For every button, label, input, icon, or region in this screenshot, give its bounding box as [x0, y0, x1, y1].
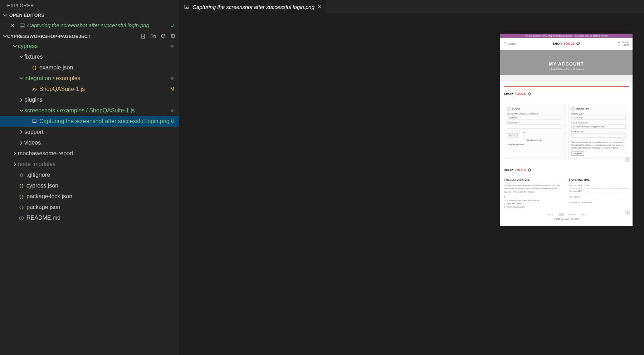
- hours-row: Sun: Closed: [569, 195, 629, 199]
- svg-point-6: [20, 174, 23, 176]
- json-file-icon: { }: [18, 203, 25, 212]
- folder-row[interactable]: cypress: [0, 41, 179, 52]
- scroll-top-button: ∧: [625, 157, 630, 162]
- tree-item-label: mochawesome-report: [18, 149, 176, 158]
- tree-item-label: cypress.json: [26, 181, 176, 190]
- folder-row[interactable]: videos: [0, 137, 179, 148]
- chevron-down-icon: [19, 108, 24, 113]
- file-row[interactable]: JSShopQASuite-1.jsM: [0, 84, 179, 94]
- hours-row: Mon - Fri: 8AM - 10PM: [569, 184, 629, 187]
- file-row[interactable]: .gitignore: [0, 170, 179, 180]
- close-icon[interactable]: [10, 23, 16, 28]
- tree-item-label: fixtures: [24, 52, 176, 62]
- chevron-down-icon: [19, 55, 24, 59]
- git-modified-dot-icon: [171, 109, 174, 112]
- tree-item-label: package-lock.json: [26, 192, 176, 201]
- tree-item-label: support: [24, 127, 176, 137]
- refresh-icon[interactable]: [160, 33, 166, 39]
- folder-row[interactable]: screenshots / examples / ShopQASuite-1.j…: [0, 105, 179, 116]
- tree-item-label: Capturing the screenshot after successfu…: [39, 117, 171, 126]
- image-preview: This is a ToolsQA Demo shop for testing …: [500, 34, 633, 226]
- chevron-right-icon: [19, 98, 24, 102]
- search-label: Search: [508, 43, 516, 45]
- file-row[interactable]: { }package-lock.json: [0, 191, 179, 202]
- username-input: aashish67: [507, 116, 561, 120]
- page-hero: MY ACCOUNT ⌂ ToolsQA Demo Site → My Acco…: [500, 50, 633, 75]
- chevron-down-icon: [12, 44, 18, 48]
- folder-row[interactable]: fixtures: [0, 52, 179, 62]
- chevron-right-icon: [12, 151, 18, 156]
- img-file-icon: [31, 119, 38, 124]
- register-form: REGISTER USERNAME * aashish67 EMAIL ADDR…: [568, 104, 629, 159]
- chevron-right-icon: [19, 141, 24, 145]
- open-editor-item[interactable]: Capturing the screenshot after successfu…: [0, 19, 179, 31]
- svg-rect-2: [171, 34, 174, 37]
- login-form: LOGIN USERNAME OR EMAIL ADDRESS * aashis…: [504, 104, 565, 159]
- folder-row[interactable]: integration / examples: [0, 73, 179, 84]
- editor-viewport[interactable]: This is a ToolsQA Demo shop for testing …: [180, 14, 644, 355]
- tree-item-label: cypress: [18, 42, 171, 51]
- login-heading: LOGIN: [507, 107, 561, 111]
- shop-logo: SHOP.TOOLS: [504, 92, 629, 96]
- home-icon: ⌂: [549, 68, 550, 70]
- file-row[interactable]: { }package.json: [0, 202, 179, 213]
- tab-filename: Capturing the screenshot after successfu…: [192, 4, 314, 10]
- open-editors-header[interactable]: OPEN EDITORS: [0, 11, 179, 19]
- close-icon[interactable]: [317, 5, 322, 9]
- folder-row[interactable]: mochawesome-report: [0, 148, 179, 159]
- new-folder-icon[interactable]: [150, 33, 156, 39]
- file-row[interactable]: { }cypress.json: [0, 180, 179, 191]
- chevron-down-icon: [3, 13, 8, 18]
- collapse-all-icon[interactable]: [170, 33, 176, 39]
- json-file-icon: { }: [31, 63, 38, 72]
- gear-icon: [576, 42, 580, 46]
- svg-point-1: [21, 25, 22, 25]
- reg-password-input: [571, 133, 626, 138]
- breadcrumb: ⌂ ToolsQA Demo Site → My Account: [500, 68, 633, 70]
- reg-username-label: USERNAME *: [571, 113, 626, 115]
- shop-logo: SHOP.TOOLS: [504, 168, 629, 172]
- demo-banner: This is a ToolsQA Demo shop for testing …: [500, 34, 633, 38]
- svg-point-14: [528, 169, 531, 171]
- chevron-right-icon: [19, 130, 24, 134]
- gear-icon: [527, 168, 532, 172]
- remember-label: REMEMBER ME: [507, 139, 561, 141]
- copyright: © 2020 Copyright TOOLSQA: [504, 218, 629, 222]
- workspace-name: CYPRESSWORKSHOP-PAGEOBJECT: [7, 34, 140, 39]
- cart-widget: Cart(0) €0.00: [617, 41, 629, 47]
- folder-row[interactable]: support: [0, 127, 179, 137]
- username-label: USERNAME OR EMAIL ADDRESS *: [507, 113, 561, 115]
- reg-email-input: aashish.khetarpal.07@gmail.com: [571, 125, 626, 129]
- remember-checkbox: [523, 132, 526, 136]
- tree-item-label: ShopQASuite-1.js: [39, 84, 170, 94]
- tree-item-label: .gitignore: [26, 170, 176, 180]
- workspace-header[interactable]: CYPRESSWORKSHOP-PAGEOBJECT: [0, 31, 179, 41]
- cog-file-icon: [18, 172, 25, 178]
- open-editor-filename: Capturing the screenshot after successfu…: [27, 21, 169, 30]
- svg-point-5: [33, 121, 34, 121]
- file-row[interactable]: Capturing the screenshot after successfu…: [0, 116, 179, 127]
- chevron-right-icon: [12, 162, 18, 166]
- chevron-down-icon: [3, 34, 7, 38]
- bag-icon: [617, 42, 621, 45]
- git-modified-dot-icon: [171, 45, 174, 48]
- folder-row[interactable]: plugins: [0, 94, 179, 105]
- register-heading: REGISTER: [571, 107, 626, 111]
- folder-row[interactable]: node_modules: [0, 159, 179, 170]
- shop-logo: SHOP.TOOLS: [552, 42, 580, 46]
- footer-col1-title: MEBLA FURNITURE: [504, 179, 564, 181]
- tab-bar: Capturing the screenshot after successfu…: [180, 0, 644, 14]
- register-button: Register: [571, 151, 584, 156]
- file-status-badge: U: [171, 117, 174, 126]
- js-file-icon: JS: [31, 84, 38, 94]
- scroll-top-button: ∧: [625, 210, 630, 215]
- file-row[interactable]: README.md: [0, 213, 179, 223]
- open-editors-label: OPEN EDITORS: [9, 13, 44, 18]
- footer-phone: +(000) 888 - 8888: [506, 203, 521, 205]
- editor-tab[interactable]: Capturing the screenshot after successfu…: [180, 0, 326, 14]
- editor-main: Capturing the screenshot after successfu…: [180, 0, 644, 355]
- explorer-title: EXPLORER: [0, 0, 179, 11]
- new-file-icon[interactable]: [140, 33, 146, 39]
- file-row[interactable]: { }example.json: [0, 62, 179, 73]
- reg-password-label: PASSWORD *: [571, 131, 626, 133]
